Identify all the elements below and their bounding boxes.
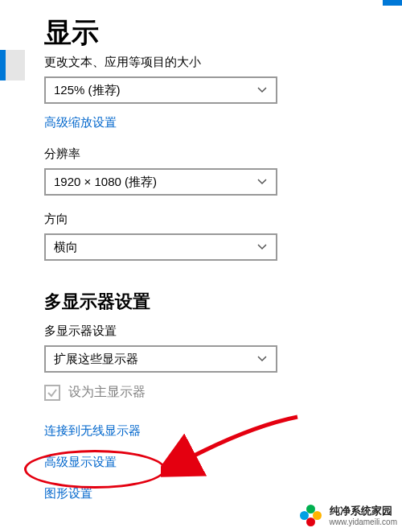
bottom-links: 连接到无线显示器 高级显示设置 图形设置 [44, 423, 389, 501]
multi-monitor-select-value: 扩展这些显示器 [54, 345, 138, 373]
resolution-select-value: 1920 × 1080 (推荐) [54, 168, 157, 196]
advanced-scaling-link[interactable]: 高级缩放设置 [44, 115, 117, 130]
orientation-select-value: 横向 [54, 233, 78, 261]
settings-panel: 显示 更改文本、应用等项目的大小 125% (推荐) 高级缩放设置 分辨率 19… [25, 0, 402, 532]
page-title: 显示 [44, 14, 389, 52]
chevron-down-icon [256, 241, 268, 253]
resolution-label: 分辨率 [44, 146, 389, 162]
resolution-select[interactable]: 1920 × 1080 (推荐) [44, 168, 277, 196]
primary-monitor-checkbox-label: 设为主显示器 [68, 384, 146, 401]
chevron-down-icon [256, 176, 268, 188]
multi-monitor-label: 多显示器设置 [44, 324, 389, 339]
nav-rail [0, 0, 25, 532]
watermark-title: 纯净系统家园 [330, 505, 397, 517]
watermark: 纯净系统家园 www.yidameili.com [300, 505, 397, 527]
multi-monitor-heading: 多显示器设置 [44, 290, 389, 314]
chevron-down-icon [256, 85, 268, 96]
nav-rail-active-indicator [0, 50, 6, 80]
advanced-display-settings-link[interactable]: 高级显示设置 [44, 455, 389, 470]
watermark-url: www.yidameili.com [330, 518, 397, 526]
graphics-settings-link[interactable]: 图形设置 [44, 486, 389, 501]
multi-monitor-select[interactable]: 扩展这些显示器 [44, 345, 277, 373]
primary-monitor-checkbox[interactable] [44, 385, 60, 401]
scale-section-label: 更改文本、应用等项目的大小 [44, 55, 389, 70]
scale-select-value: 125% (推荐) [54, 76, 121, 104]
primary-monitor-checkbox-row: 设为主显示器 [44, 384, 389, 401]
watermark-logo-icon [300, 505, 322, 527]
connect-wireless-display-link[interactable]: 连接到无线显示器 [44, 423, 389, 439]
scale-select[interactable]: 125% (推荐) [44, 76, 277, 104]
orientation-select[interactable]: 横向 [44, 233, 277, 261]
orientation-label: 方向 [44, 212, 389, 227]
chevron-down-icon [256, 353, 268, 365]
